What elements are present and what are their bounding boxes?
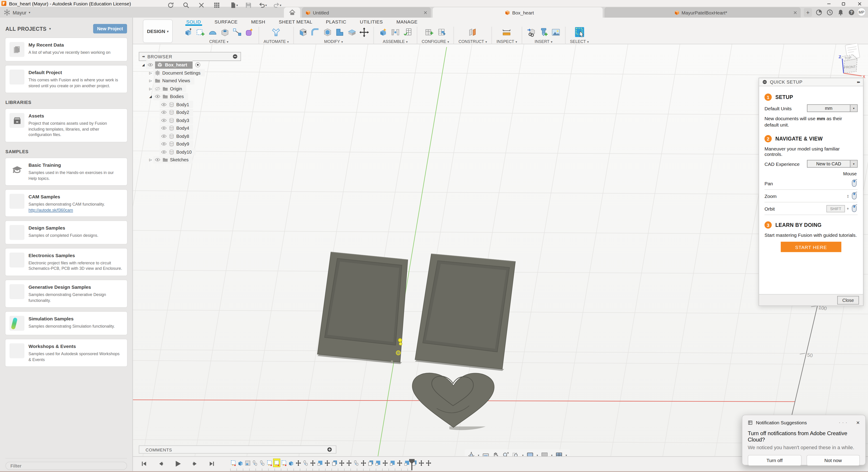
timeline-feature-bluesq[interactable] xyxy=(317,459,323,467)
timeline-feature-move[interactable] xyxy=(295,459,302,467)
timeline-feature-move[interactable] xyxy=(310,459,316,467)
skip-forward-icon[interactable]: ▸▸ xyxy=(857,80,860,84)
timeline-feature-sketch[interactable] xyxy=(281,459,287,467)
tab-manage[interactable]: MANAGE xyxy=(396,19,418,25)
timeline-feature-copy[interactable] xyxy=(368,459,374,467)
group-label-assemble[interactable]: ASSEMBLE▾ xyxy=(383,39,408,44)
minimize-button[interactable] xyxy=(823,0,835,7)
account-avatar[interactable]: MP xyxy=(857,8,866,16)
automate-icon[interactable] xyxy=(271,27,281,37)
timeline-step-forward-button[interactable] xyxy=(192,461,198,467)
activate-component-radio[interactable] xyxy=(195,62,201,68)
body-heart[interactable] xyxy=(412,373,494,430)
timeline-feature-sketch[interactable] xyxy=(266,459,273,467)
card-workshops-events[interactable]: Workshops & EventsSamples used for Autod… xyxy=(5,339,127,367)
more-options-icon[interactable]: · · · xyxy=(839,420,847,425)
body-box-left[interactable] xyxy=(317,252,408,364)
eye-icon[interactable] xyxy=(155,157,160,163)
browser-item-sketches[interactable]: ▷ Sketches xyxy=(139,156,241,164)
doc-tab-box-heart[interactable]: Box_heart xyxy=(433,7,603,18)
timeline-feature-sketch[interactable] xyxy=(230,459,237,467)
timeline-feature-bluesq[interactable] xyxy=(389,459,396,467)
close-tab-icon[interactable] xyxy=(424,11,427,14)
viewcube[interactable]: TOP FRONT Z X xyxy=(835,43,867,80)
app-menu-icon[interactable] xyxy=(4,9,10,16)
viewport-canvas[interactable]: 100 50 xyxy=(133,44,868,457)
timeline-playhead[interactable] xyxy=(409,459,415,470)
close-search-button[interactable] xyxy=(196,1,206,9)
timeline-feature-cyls[interactable] xyxy=(252,459,258,467)
hole-icon[interactable] xyxy=(220,27,230,37)
chevron-down-icon[interactable]: ▾ xyxy=(29,11,30,14)
collapsed-triangle-icon[interactable]: ▷ xyxy=(148,87,153,91)
assemble-new-component-icon[interactable] xyxy=(378,27,388,37)
press-pull-icon[interactable] xyxy=(298,27,308,37)
card-cam-samples[interactable]: CAM SamplesSamples demonstrating CAM fun… xyxy=(5,190,127,216)
timeline-feature-move[interactable] xyxy=(426,459,432,467)
eye-icon[interactable] xyxy=(161,109,167,115)
close-notification-icon[interactable]: ✕ xyxy=(856,420,860,425)
offset-face-icon[interactable] xyxy=(347,27,356,37)
insert-mcmaster-icon[interactable] xyxy=(539,27,548,37)
extensions-icon[interactable] xyxy=(815,8,823,16)
measure-icon[interactable] xyxy=(502,27,512,37)
close-tab-icon[interactable] xyxy=(794,11,797,14)
eye-off-icon[interactable] xyxy=(155,86,160,92)
group-label-inspect[interactable]: INSPECT▾ xyxy=(497,39,517,44)
group-label-modify[interactable]: MODIFY▾ xyxy=(324,39,343,44)
configuration-table-icon[interactable] xyxy=(437,27,446,37)
undo-button[interactable]: ▾ xyxy=(256,1,270,9)
browser-item-body9[interactable]: Body9 xyxy=(139,140,241,148)
timeline-feature-move[interactable] xyxy=(382,459,389,467)
timeline-feature-corner[interactable] xyxy=(245,459,251,467)
timeline-feature-cyls[interactable] xyxy=(353,459,360,467)
timeline-feature-cyls[interactable] xyxy=(303,459,309,467)
tab-mesh[interactable]: MESH xyxy=(250,19,266,25)
notifications-bell-icon[interactable] xyxy=(836,8,844,16)
expanded-triangle-icon[interactable]: ◢ xyxy=(141,63,146,67)
collapsed-triangle-icon[interactable]: ▷ xyxy=(148,71,153,75)
eye-icon[interactable] xyxy=(161,117,167,123)
tab-sheet-metal[interactable]: SHEET METAL xyxy=(278,19,313,25)
card-basic-training[interactable]: Basic TrainingSamples used in the Hands-… xyxy=(5,158,127,185)
minimize-browser-icon[interactable] xyxy=(232,54,238,59)
card-default-project[interactable]: Default ProjectThis comes with Fusion an… xyxy=(5,66,127,93)
add-comment-icon[interactable] xyxy=(327,447,332,452)
group-label-construct[interactable]: CONSTRUCT▾ xyxy=(459,39,487,44)
default-units-select[interactable]: mm ▾ xyxy=(807,104,858,112)
configuration-icon[interactable] xyxy=(424,27,434,37)
tab-plastic[interactable]: PLASTIC xyxy=(325,19,347,25)
doc-tab-untitled[interactable]: Untitled xyxy=(302,7,431,18)
create-sketch-icon[interactable] xyxy=(196,27,205,37)
card-electronics-samples[interactable]: Electronics SamplesElectronic project fi… xyxy=(5,248,127,275)
save-button[interactable] xyxy=(243,1,253,9)
collapsed-triangle-icon[interactable]: ▷ xyxy=(148,158,153,162)
card-design-samples[interactable]: Design SamplesSamples of completed Fusio… xyxy=(5,221,127,244)
new-tab-button[interactable]: + xyxy=(804,8,812,17)
cad-experience-select[interactable]: New to CAD ▾ xyxy=(807,160,858,168)
move-copy-icon[interactable] xyxy=(359,27,369,37)
browser-item-body10[interactable]: Body10 xyxy=(139,148,241,156)
timeline-play-button[interactable] xyxy=(175,460,181,467)
timeline-feature-move[interactable] xyxy=(397,459,403,467)
insert-derive-icon[interactable] xyxy=(527,27,536,37)
eye-icon[interactable] xyxy=(161,101,167,107)
create-form-icon[interactable] xyxy=(208,27,218,37)
bom-icon[interactable] xyxy=(403,27,412,37)
user-menu[interactable]: Mayur xyxy=(13,10,27,15)
card-simulation-samples[interactable]: Simulation SamplesSamples demonstrating … xyxy=(5,312,127,335)
expanded-triangle-icon[interactable]: ◢ xyxy=(148,95,153,99)
group-label-select[interactable]: SELECT▾ xyxy=(570,39,589,44)
maximize-button[interactable] xyxy=(837,0,849,7)
turn-off-button[interactable]: Turn off xyxy=(748,455,801,466)
browser-item-body8[interactable]: Body8 xyxy=(139,132,241,140)
eye-icon[interactable] xyxy=(161,149,167,155)
browser-item-document-settings[interactable]: ▷ Document Settings xyxy=(139,69,241,77)
comments-bar[interactable]: COMMENTS xyxy=(139,445,336,454)
timeline-feature-copy[interactable] xyxy=(332,459,338,467)
joint-icon[interactable] xyxy=(391,27,400,37)
card-my-recent-data[interactable]: My Recent DataA list of what you've rece… xyxy=(5,38,127,61)
help-icon[interactable] xyxy=(847,8,855,16)
timeline-go-end-button[interactable] xyxy=(209,461,215,467)
timeline-step-back-button[interactable] xyxy=(158,461,164,467)
